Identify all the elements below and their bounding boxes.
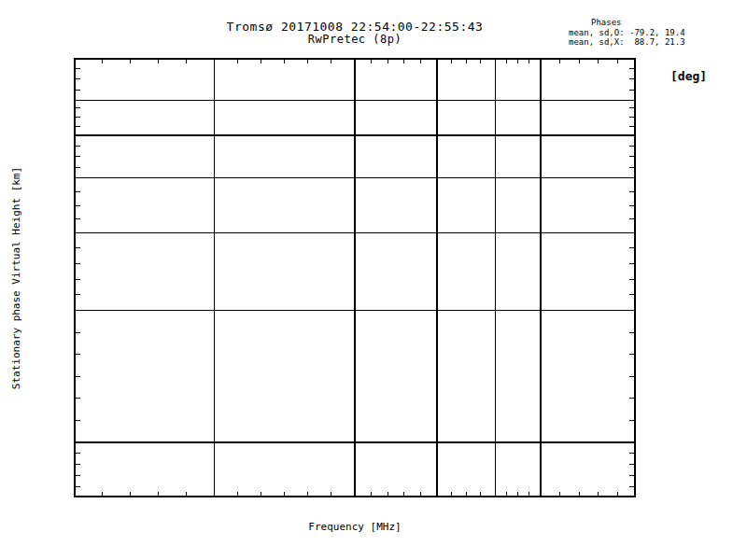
y-minor-tick: [74, 332, 80, 333]
gridline-x-4: [354, 58, 356, 497]
y-minor-tick: [74, 486, 80, 487]
x-minor-tick: [331, 58, 331, 63]
y-minor-tick: [74, 464, 80, 465]
colorbar-unit-text: deg: [678, 69, 699, 83]
y-minor-tick: [629, 453, 636, 454]
x-minor-tick: [186, 492, 187, 497]
x-minor-tick: [598, 492, 599, 497]
x-minor-tick: [617, 492, 618, 497]
y-minor-tick: [74, 376, 80, 377]
y-minor-tick: [74, 247, 80, 248]
x-minor-tick: [261, 58, 261, 63]
x-minor-tick: [130, 58, 131, 63]
y-minor-tick: [629, 398, 636, 399]
y-tick-label-400: [26, 173, 67, 184]
y-tick-label-500: [26, 130, 67, 141]
y-minor-tick: [629, 126, 636, 127]
y-minor-tick: [629, 294, 636, 295]
y-minor-tick: [74, 156, 80, 157]
x-minor-tick: [529, 492, 529, 497]
y-minor-tick: [629, 464, 636, 465]
x-minor-tick: [102, 58, 103, 63]
x-minor-tick: [237, 58, 238, 63]
y-minor-tick: [74, 218, 80, 219]
y-axis-label: Stationary phase Virtual Height [km]: [10, 17, 23, 539]
x-minor-tick: [506, 58, 507, 63]
x-minor-tick: [388, 58, 388, 63]
plot-area: [74, 58, 636, 497]
y-minor-tick: [74, 398, 80, 399]
gridline-y-400: [74, 177, 636, 179]
x-minor-tick: [451, 492, 452, 497]
y-minor-tick: [74, 475, 80, 476]
y-minor-tick: [74, 279, 80, 280]
x-minor-tick: [261, 492, 261, 497]
x-minor-tick: [466, 492, 467, 497]
x-minor-tick: [480, 58, 481, 63]
y-minor-tick: [629, 146, 636, 147]
y-tick-label-600: [26, 95, 67, 106]
y-tick-label-75: [26, 492, 67, 503]
y-minor-tick: [629, 90, 636, 91]
x-minor-tick: [598, 58, 599, 63]
gridline-x-6: [436, 58, 438, 497]
colorbar: [674, 84, 696, 471]
ionogram-screenshot: Tromsø 20171008 22:54:00-22:55:43 RwPret…: [0, 0, 747, 560]
x-minor-tick: [420, 58, 421, 63]
gridline-y-200: [74, 310, 636, 312]
phase-stats-o-mode: mean, sd,O: -79.2, 19.4: [569, 28, 685, 38]
x-minor-tick: [579, 58, 580, 63]
y-minor-tick: [74, 117, 80, 118]
page-subtitle: RwPretec (8p): [74, 33, 636, 46]
y-tick-label-200: [26, 304, 67, 315]
x-minor-tick: [371, 58, 372, 63]
gridline-x-2: [214, 58, 216, 497]
x-minor-tick: [517, 492, 518, 497]
x-minor-tick: [158, 492, 159, 497]
x-minor-tick: [451, 58, 452, 63]
phase-stats-x-mode: mean, sd,X: 88.7, 21.3: [569, 37, 685, 48]
x-minor-tick: [102, 492, 103, 497]
y-minor-tick: [74, 78, 80, 79]
x-minor-tick: [403, 58, 404, 63]
x-minor-tick: [284, 492, 285, 497]
y-tick-label-300: [26, 227, 67, 238]
x-minor-tick: [284, 58, 285, 63]
y-minor-tick: [74, 126, 80, 127]
x-minor-tick: [559, 58, 560, 63]
y-minor-tick: [629, 263, 636, 264]
page-title: Tromsø 20171008 22:54:00-22:55:43: [74, 20, 636, 34]
y-minor-tick: [74, 354, 80, 355]
y-minor-tick: [74, 68, 80, 69]
x-minor-tick: [307, 492, 308, 497]
y-minor-tick: [629, 218, 636, 219]
y-minor-tick: [629, 247, 636, 248]
colorbar-unit-label: [deg]: [670, 69, 707, 83]
x-minor-tick: [331, 492, 331, 497]
y-minor-tick: [629, 107, 636, 108]
y-minor-tick: [74, 453, 80, 454]
y-minor-tick: [74, 146, 80, 147]
y-minor-tick: [629, 486, 636, 487]
phase-stats-heading: Phases: [569, 18, 685, 28]
y-tick-label-750: [26, 52, 67, 63]
y-minor-tick: [74, 294, 80, 295]
y-minor-tick: [74, 167, 80, 168]
y-minor-tick: [74, 107, 80, 108]
x-minor-tick: [158, 58, 159, 63]
y-minor-tick: [629, 475, 636, 476]
x-minor-tick: [517, 58, 518, 63]
gridline-x-10: [540, 58, 542, 497]
y-minor-tick: [74, 191, 80, 192]
gridline-y-100: [74, 441, 636, 443]
y-minor-tick: [629, 117, 636, 118]
y-minor-tick: [629, 167, 636, 168]
y-minor-tick: [629, 420, 636, 421]
x-minor-tick: [480, 492, 481, 497]
gridline-y-300: [74, 232, 636, 234]
x-minor-tick: [466, 58, 467, 63]
y-minor-tick: [74, 420, 80, 421]
x-minor-tick: [237, 492, 238, 497]
y-minor-tick: [629, 156, 636, 157]
x-minor-tick: [529, 58, 529, 63]
